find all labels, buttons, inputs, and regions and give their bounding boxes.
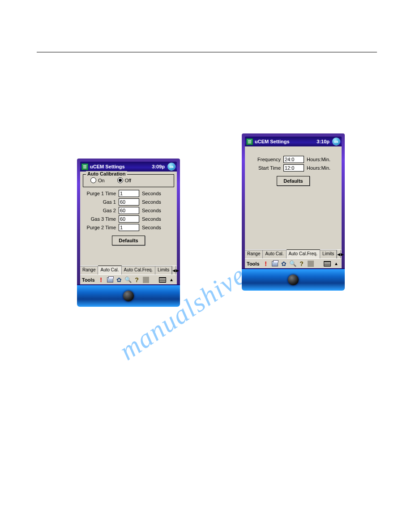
row-starttime: Start Time Hours:Min.	[248, 164, 339, 172]
client-area: Auto Calibration On Off Purge 1 Time Sec…	[80, 172, 177, 266]
group-legend: Auto Calibration	[86, 171, 127, 176]
defaults-wrap: Defaults	[248, 176, 339, 186]
tools-label[interactable]: Tools	[82, 277, 95, 283]
unit-gas2: Seconds	[139, 208, 161, 213]
radio-on[interactable]: On	[90, 177, 105, 183]
label-purge1: Purge 1 Time	[83, 191, 119, 196]
row-gas2: Gas 2 Seconds	[83, 207, 174, 214]
open-icon[interactable]	[107, 277, 113, 283]
alert-icon[interactable]: !	[98, 276, 105, 283]
unit-purge1: Seconds	[139, 191, 161, 196]
unit-gas1: Seconds	[139, 199, 161, 205]
label-purge2: Purge 2 Time	[83, 225, 119, 230]
ok-button[interactable]: ok	[167, 163, 176, 171]
radio-off-label: Off	[125, 178, 131, 183]
tab-range[interactable]: Range	[245, 250, 263, 258]
stop-icon[interactable]	[143, 277, 149, 283]
defaults-wrap: Defaults	[83, 236, 174, 245]
unit-starttime: Hours:Min.	[304, 165, 330, 171]
tab-scroll-left-icon[interactable]: ◀	[337, 250, 340, 258]
clock[interactable]: 3:09p	[152, 164, 165, 169]
label-starttime: Start Time	[248, 165, 283, 171]
input-purge2[interactable]	[119, 224, 139, 231]
defaults-button[interactable]: Defaults	[277, 176, 309, 186]
tab-scroll-right-icon[interactable]: ▶	[176, 266, 179, 275]
tools-label[interactable]: Tools	[247, 261, 260, 266]
dpad-button[interactable]	[288, 275, 299, 285]
device-frame: uCEM Settings 3:09p ok Auto Calibration …	[77, 159, 180, 284]
tabstrip: Range Auto Cal. Auto Cal.Freq. Limits ◀ …	[245, 249, 342, 258]
gear-icon[interactable]: ✿	[116, 276, 123, 283]
input-gas1[interactable]	[119, 198, 139, 206]
unit-purge2: Seconds	[139, 225, 161, 230]
titlebar: uCEM Settings 3:10p ok	[245, 137, 342, 146]
ok-button[interactable]: ok	[332, 137, 340, 146]
sip-up-icon[interactable]: ▲	[333, 260, 340, 267]
sip-up-icon[interactable]: ▲	[168, 276, 175, 283]
toolsbar: Tools ! ✿ 🔍 ? ▲	[80, 275, 177, 284]
input-starttime[interactable]	[283, 164, 304, 172]
stop-icon[interactable]	[308, 261, 314, 267]
app-icon	[246, 138, 253, 145]
tabstrip: Range Auto Cal. Auto Cal.Freq. Limits ◀ …	[80, 266, 177, 275]
clock[interactable]: 3:10p	[317, 139, 330, 144]
input-gas3[interactable]	[119, 215, 139, 223]
device-chin	[242, 268, 345, 291]
keyboard-icon[interactable]	[159, 277, 166, 283]
toolsbar: Tools ! ✿ 🔍 ? ▲	[245, 258, 342, 268]
tab-autocalfreq[interactable]: Auto Cal.Freq.	[287, 249, 320, 258]
label-frequency: Frequency	[248, 157, 283, 162]
search-icon[interactable]: 🔍	[289, 260, 296, 267]
device-chin	[77, 284, 180, 307]
keyboard-icon[interactable]	[324, 261, 331, 266]
input-frequency[interactable]	[283, 156, 304, 163]
tab-autocal[interactable]: Auto Cal.	[98, 266, 121, 275]
input-purge1[interactable]	[119, 190, 139, 197]
tab-scroll-right-icon[interactable]: ▶	[340, 250, 344, 258]
radio-on-label: On	[98, 178, 105, 183]
tab-autocalfreq[interactable]: Auto Cal.Freq.	[122, 266, 155, 275]
tab-limits[interactable]: Limits	[155, 266, 172, 275]
help-icon[interactable]: ?	[298, 260, 305, 267]
unit-gas3: Seconds	[139, 216, 161, 222]
device-frame: uCEM Settings 3:10p ok Frequency Hours:M…	[242, 133, 345, 268]
page-divider	[37, 52, 377, 52]
input-gas2[interactable]	[119, 207, 139, 214]
dpad-button[interactable]	[123, 291, 134, 301]
window-title: uCEM Settings	[90, 164, 125, 169]
unit-frequency: Hours:Min.	[304, 157, 330, 162]
label-gas3: Gas 3 Time	[83, 216, 119, 222]
radio-off-indicator	[117, 177, 123, 183]
titlebar: uCEM Settings 3:09p ok	[80, 162, 177, 172]
client-area: Frequency Hours:Min. Start Time Hours:Mi…	[245, 146, 342, 249]
tab-autocal[interactable]: Auto Cal.	[263, 250, 286, 258]
search-icon[interactable]: 🔍	[124, 276, 132, 283]
row-frequency: Frequency Hours:Min.	[248, 156, 339, 163]
defaults-button[interactable]: Defaults	[112, 236, 145, 245]
gear-icon[interactable]: ✿	[280, 260, 287, 267]
row-gas3: Gas 3 Time Seconds	[83, 215, 174, 223]
tab-limits[interactable]: Limits	[320, 250, 337, 258]
label-gas2: Gas 2	[83, 208, 119, 213]
help-icon[interactable]: ?	[133, 276, 141, 283]
device-left: uCEM Settings 3:09p ok Auto Calibration …	[77, 159, 180, 307]
radio-row: On Off	[86, 176, 171, 184]
label-gas1: Gas 1	[83, 199, 119, 205]
radio-off[interactable]: Off	[117, 177, 131, 183]
row-purge2: Purge 2 Time Seconds	[83, 224, 174, 231]
device-right: uCEM Settings 3:10p ok Frequency Hours:M…	[242, 133, 345, 291]
row-gas1: Gas 1 Seconds	[83, 198, 174, 206]
radio-on-indicator	[90, 177, 96, 183]
open-icon[interactable]	[272, 261, 278, 266]
alert-icon[interactable]: !	[262, 260, 270, 267]
tab-range[interactable]: Range	[80, 266, 98, 275]
auto-calibration-group: Auto Calibration On Off	[83, 174, 174, 187]
row-purge1: Purge 1 Time Seconds	[83, 190, 174, 197]
tab-scroll-left-icon[interactable]: ◀	[172, 266, 176, 275]
window-title: uCEM Settings	[255, 139, 290, 144]
app-icon	[81, 163, 88, 170]
